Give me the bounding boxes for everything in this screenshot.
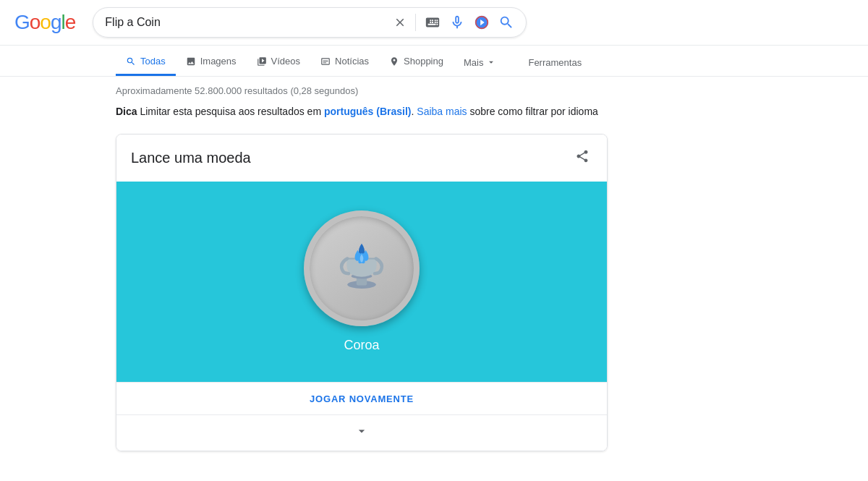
chevron-down-icon — [486, 57, 496, 67]
result-stats: Aproximadamente 52.800.000 resultados (0… — [116, 85, 639, 96]
feedback-bar: Feedback — [0, 477, 868, 481]
tab-shopping-label: Shopping — [404, 56, 443, 67]
video-tab-icon — [257, 56, 267, 67]
search-tab-icon — [126, 56, 136, 67]
search-icons — [393, 14, 514, 31]
shopping-tab-icon — [389, 56, 399, 67]
search-input[interactable] — [105, 16, 385, 29]
expand-button[interactable] — [354, 424, 369, 442]
close-icon — [393, 16, 407, 29]
news-tab-icon — [320, 56, 331, 67]
keyboard-icon — [425, 14, 441, 30]
tab-noticias[interactable]: Notícias — [310, 48, 379, 76]
coin-display[interactable]: Coroa — [116, 182, 607, 382]
clear-button[interactable] — [393, 16, 407, 29]
tab-imagens-label: Imagens — [200, 56, 237, 67]
search-bar — [93, 7, 527, 38]
tab-videos-label: Vídeos — [271, 56, 300, 67]
saiba-mais-link[interactable]: Saiba mais — [417, 106, 467, 117]
share-icon — [575, 149, 590, 163]
main-content: Aproximadamente 52.800.000 resultados (0… — [0, 77, 651, 477]
tab-todas-label: Todas — [140, 56, 166, 67]
chevron-down-icon — [354, 424, 369, 438]
coin-circle[interactable] — [304, 210, 420, 326]
header: Google — [0, 0, 868, 46]
more-tab[interactable]: Mais — [454, 50, 506, 75]
tools-tab[interactable]: Ferramentas — [518, 50, 592, 75]
widget-title: Lance uma moeda — [131, 150, 251, 166]
more-label: Mais — [464, 57, 483, 68]
search-icon — [498, 14, 514, 30]
share-button[interactable] — [572, 146, 592, 170]
voice-search-button[interactable] — [449, 14, 465, 30]
expand-section — [116, 414, 607, 451]
play-again-button[interactable]: JOGAR NOVAMENTE — [310, 393, 414, 404]
keyboard-button[interactable] — [425, 14, 441, 30]
tab-imagens[interactable]: Imagens — [176, 48, 247, 76]
tab-shopping[interactable]: Shopping — [379, 48, 454, 76]
search-button[interactable] — [498, 14, 514, 30]
microphone-icon — [449, 14, 465, 30]
nav-tabs: Todas Imagens Vídeos Notícias Shopping M… — [0, 46, 868, 77]
coin-inner — [315, 221, 409, 315]
play-again-section: JOGAR NOVAMENTE — [116, 382, 607, 414]
image-tab-icon — [186, 56, 196, 67]
tab-todas[interactable]: Todas — [116, 48, 176, 76]
lens-button[interactable] — [474, 14, 490, 30]
tools-label: Ferramentas — [528, 57, 582, 68]
dica-label: Dica Limitar esta pesquisa aos resultado… — [116, 106, 598, 117]
google-logo: Google — [14, 11, 75, 34]
coin-result-label: Coroa — [344, 338, 379, 353]
dica-link[interactable]: português (Brasil) — [324, 106, 412, 117]
coin-widget: Lance uma moeda — [116, 134, 608, 451]
widget-header: Lance uma moeda — [116, 135, 607, 182]
dica-bar: Dica Limitar esta pesquisa aos resultado… — [116, 103, 639, 119]
tab-noticias-label: Notícias — [335, 56, 369, 67]
tab-videos[interactable]: Vídeos — [247, 48, 310, 76]
lens-icon — [474, 14, 490, 30]
chalice-icon — [329, 236, 394, 301]
divider — [415, 14, 416, 31]
